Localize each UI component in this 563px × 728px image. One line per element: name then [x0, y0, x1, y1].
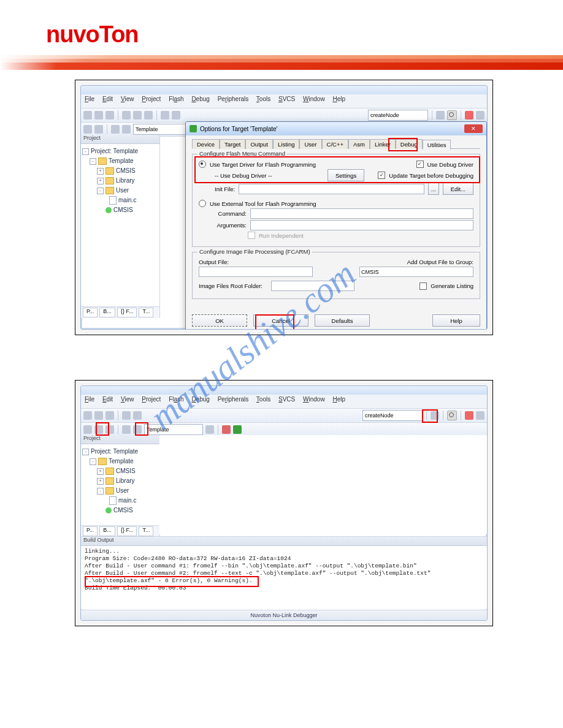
options-icon[interactable] — [122, 125, 131, 134]
cut-icon[interactable] — [122, 111, 131, 119]
menu-tools[interactable]: Tools — [256, 96, 270, 102]
close-icon[interactable]: ✕ — [464, 124, 483, 133]
group-user[interactable]: User — [116, 486, 129, 496]
cancel-button[interactable]: Cancel — [253, 314, 308, 327]
menu-bar[interactable]: File Edit View Project Flash Debug Perip… — [81, 94, 487, 108]
project-tabs[interactable]: P... B... {} F... T... — [81, 306, 159, 318]
project-root[interactable]: Project: Template — [91, 447, 138, 457]
menu-debug[interactable]: Debug — [191, 396, 209, 403]
tab-output[interactable]: Output — [245, 139, 273, 149]
radio-target-driver[interactable] — [199, 161, 206, 168]
menu-help[interactable]: Help — [332, 96, 345, 102]
breakpoint-icon[interactable] — [465, 411, 473, 420]
tool-icon-a[interactable] — [431, 411, 439, 420]
group-cmsis[interactable]: CMSIS — [116, 166, 136, 176]
command-field[interactable] — [250, 208, 473, 219]
chevron-down-icon[interactable] — [205, 425, 214, 434]
settings-button[interactable]: Settings — [327, 169, 364, 181]
expand-icon[interactable]: + — [97, 178, 104, 184]
collapse-icon[interactable]: - — [97, 188, 104, 194]
tab-utilities[interactable]: Utilities — [423, 140, 451, 150]
menu-edit[interactable]: Edit — [102, 96, 113, 102]
image-root-field[interactable] — [271, 281, 354, 291]
download-icon[interactable] — [111, 125, 120, 134]
save-icon[interactable] — [105, 411, 114, 420]
comp-cmsis[interactable]: CMSIS — [113, 205, 133, 215]
file-main-c[interactable]: main.c — [118, 496, 136, 506]
group-cmsis[interactable]: CMSIS — [116, 466, 136, 476]
find-input[interactable] — [362, 410, 423, 421]
dialog-tabs[interactable]: Device Target Output Listing User C/C++ … — [192, 139, 480, 149]
init-file-field[interactable] — [239, 184, 424, 194]
tab-books[interactable]: B... — [99, 308, 115, 317]
copy-icon[interactable] — [133, 111, 142, 119]
tab-functions[interactable]: {} F... — [117, 308, 137, 317]
menu-peripherals[interactable]: Peripherals — [218, 396, 249, 403]
tab-asm[interactable]: Asm — [348, 139, 370, 149]
menu-help[interactable]: Help — [332, 396, 345, 403]
target-node[interactable]: Template — [109, 156, 134, 166]
tab-linker[interactable]: Linker — [370, 139, 396, 149]
tab-books[interactable]: B... — [99, 526, 115, 536]
edit-button[interactable]: Edit... — [443, 183, 473, 195]
menu-svcs[interactable]: SVCS — [278, 396, 295, 403]
undo-icon[interactable] — [161, 111, 169, 119]
collapse-icon[interactable]: - — [90, 158, 96, 165]
expand-icon[interactable]: + — [97, 468, 104, 475]
build-icon[interactable] — [94, 425, 103, 434]
menu-view[interactable]: View — [121, 396, 134, 403]
tab-target[interactable]: Target — [220, 139, 245, 149]
group-library[interactable]: Library — [116, 176, 135, 186]
new-file-icon[interactable] — [83, 411, 92, 420]
checkbox-use-debug-driver[interactable]: ✓ — [416, 161, 424, 168]
menu-tools[interactable]: Tools — [256, 396, 270, 403]
menu-view[interactable]: View — [121, 96, 134, 102]
tool-icon-b[interactable] — [476, 411, 484, 420]
menu-peripherals[interactable]: Peripherals — [218, 96, 249, 102]
group-library[interactable]: Library — [116, 476, 135, 486]
rebuild-icon[interactable] — [105, 425, 114, 434]
rebuild-icon[interactable] — [94, 125, 103, 134]
menu-file[interactable]: File — [85, 96, 94, 102]
expand-icon[interactable]: + — [97, 168, 104, 175]
project-root[interactable]: Project: Template — [91, 146, 138, 156]
tab-cpp[interactable]: C/C++ — [322, 139, 348, 149]
find-input[interactable] — [368, 110, 428, 121]
tab-project[interactable]: P... — [83, 308, 98, 317]
browse-button[interactable]: ... — [428, 183, 439, 195]
ok-button[interactable]: OK — [192, 314, 247, 327]
tool-icon-a[interactable] — [436, 111, 445, 119]
comp-cmsis[interactable]: CMSIS — [113, 506, 133, 515]
radio-external-tool[interactable] — [199, 200, 206, 207]
build-icon[interactable] — [83, 125, 92, 134]
output-file-field[interactable] — [199, 267, 313, 277]
collapse-icon[interactable]: - — [90, 458, 96, 465]
collapse-icon[interactable]: - — [82, 449, 89, 455]
help-button[interactable]: Help — [432, 314, 480, 327]
tab-templates[interactable]: T... — [139, 526, 153, 536]
project-tree[interactable]: -Project: Template -Template +CMSIS +Lib… — [81, 444, 159, 518]
menu-flash[interactable]: Flash — [169, 396, 183, 403]
magic-icon[interactable] — [222, 425, 231, 434]
debug-icon[interactable] — [447, 110, 457, 120]
build-output-text[interactable]: linking... Program Size: Code=2480 RO-da… — [81, 546, 487, 594]
menu-bar[interactable]: File Edit View Project Flash Debug Perip… — [81, 395, 487, 409]
arguments-field[interactable] — [250, 220, 473, 230]
open-icon[interactable] — [94, 111, 103, 119]
new-file-icon[interactable] — [83, 111, 92, 119]
cut-icon[interactable] — [122, 411, 131, 420]
tab-project[interactable]: P... — [83, 526, 98, 536]
group-user[interactable]: User — [116, 186, 129, 195]
menu-project[interactable]: Project — [142, 96, 161, 102]
defaults-button[interactable]: Defaults — [315, 314, 370, 327]
menu-debug[interactable]: Debug — [191, 96, 209, 102]
tab-templates[interactable]: T... — [139, 308, 153, 317]
options-icon[interactable] — [133, 425, 142, 434]
tab-functions[interactable]: {} F... — [117, 526, 137, 536]
expand-icon[interactable]: + — [97, 478, 104, 485]
collapse-icon[interactable]: - — [82, 148, 89, 155]
menu-window[interactable]: Window — [303, 396, 325, 403]
menu-project[interactable]: Project — [142, 396, 161, 403]
open-icon[interactable] — [94, 411, 103, 420]
tab-user[interactable]: User — [299, 139, 321, 149]
